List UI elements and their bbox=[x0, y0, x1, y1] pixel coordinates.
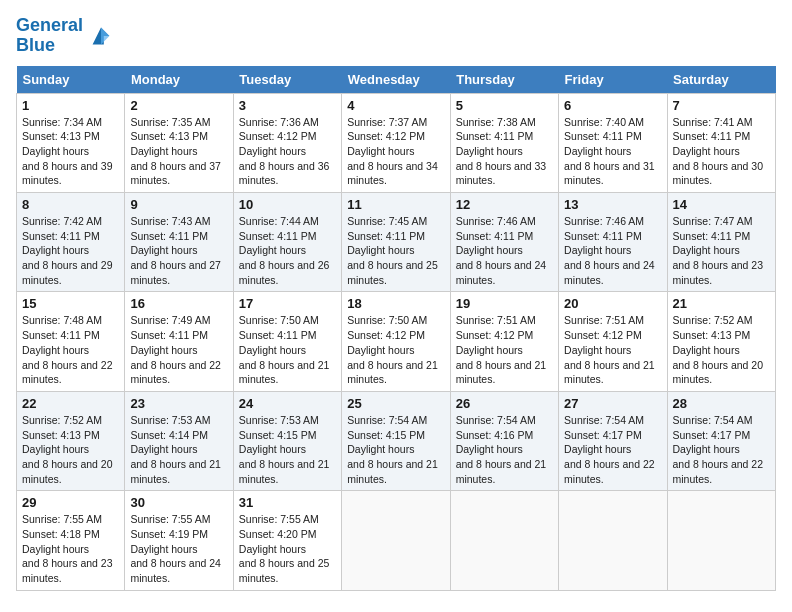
day-info: Sunrise: 7:37 AM Sunset: 4:12 PM Dayligh… bbox=[347, 115, 444, 188]
day-cell: 15 Sunrise: 7:48 AM Sunset: 4:11 PM Dayl… bbox=[17, 292, 125, 391]
day-number: 6 bbox=[564, 98, 661, 113]
day-number: 21 bbox=[673, 296, 770, 311]
day-number: 26 bbox=[456, 396, 553, 411]
day-cell bbox=[450, 491, 558, 590]
day-info: Sunrise: 7:53 AM Sunset: 4:15 PM Dayligh… bbox=[239, 413, 336, 486]
day-info: Sunrise: 7:52 AM Sunset: 4:13 PM Dayligh… bbox=[22, 413, 119, 486]
day-info: Sunrise: 7:42 AM Sunset: 4:11 PM Dayligh… bbox=[22, 214, 119, 287]
day-info: Sunrise: 7:40 AM Sunset: 4:11 PM Dayligh… bbox=[564, 115, 661, 188]
header: GeneralBlue bbox=[16, 16, 776, 56]
day-info: Sunrise: 7:49 AM Sunset: 4:11 PM Dayligh… bbox=[130, 313, 227, 386]
day-number: 29 bbox=[22, 495, 119, 510]
day-number: 16 bbox=[130, 296, 227, 311]
day-cell: 14 Sunrise: 7:47 AM Sunset: 4:11 PM Dayl… bbox=[667, 193, 775, 292]
day-number: 30 bbox=[130, 495, 227, 510]
day-number: 10 bbox=[239, 197, 336, 212]
day-cell: 25 Sunrise: 7:54 AM Sunset: 4:15 PM Dayl… bbox=[342, 391, 450, 490]
day-cell: 27 Sunrise: 7:54 AM Sunset: 4:17 PM Dayl… bbox=[559, 391, 667, 490]
day-number: 22 bbox=[22, 396, 119, 411]
day-number: 28 bbox=[673, 396, 770, 411]
day-info: Sunrise: 7:46 AM Sunset: 4:11 PM Dayligh… bbox=[564, 214, 661, 287]
day-cell: 6 Sunrise: 7:40 AM Sunset: 4:11 PM Dayli… bbox=[559, 93, 667, 192]
day-info: Sunrise: 7:41 AM Sunset: 4:11 PM Dayligh… bbox=[673, 115, 770, 188]
day-cell: 20 Sunrise: 7:51 AM Sunset: 4:12 PM Dayl… bbox=[559, 292, 667, 391]
calendar-table: SundayMondayTuesdayWednesdayThursdayFrid… bbox=[16, 66, 776, 591]
week-row-5: 29 Sunrise: 7:55 AM Sunset: 4:18 PM Dayl… bbox=[17, 491, 776, 590]
day-cell bbox=[667, 491, 775, 590]
weekday-header-sunday: Sunday bbox=[17, 66, 125, 94]
day-cell: 22 Sunrise: 7:52 AM Sunset: 4:13 PM Dayl… bbox=[17, 391, 125, 490]
day-number: 18 bbox=[347, 296, 444, 311]
week-row-1: 1 Sunrise: 7:34 AM Sunset: 4:13 PM Dayli… bbox=[17, 93, 776, 192]
day-number: 11 bbox=[347, 197, 444, 212]
week-row-2: 8 Sunrise: 7:42 AM Sunset: 4:11 PM Dayli… bbox=[17, 193, 776, 292]
day-number: 31 bbox=[239, 495, 336, 510]
day-info: Sunrise: 7:55 AM Sunset: 4:18 PM Dayligh… bbox=[22, 512, 119, 585]
day-cell: 13 Sunrise: 7:46 AM Sunset: 4:11 PM Dayl… bbox=[559, 193, 667, 292]
weekday-header-row: SundayMondayTuesdayWednesdayThursdayFrid… bbox=[17, 66, 776, 94]
week-row-4: 22 Sunrise: 7:52 AM Sunset: 4:13 PM Dayl… bbox=[17, 391, 776, 490]
day-cell: 21 Sunrise: 7:52 AM Sunset: 4:13 PM Dayl… bbox=[667, 292, 775, 391]
day-cell bbox=[559, 491, 667, 590]
day-info: Sunrise: 7:35 AM Sunset: 4:13 PM Dayligh… bbox=[130, 115, 227, 188]
day-info: Sunrise: 7:48 AM Sunset: 4:11 PM Dayligh… bbox=[22, 313, 119, 386]
day-cell: 18 Sunrise: 7:50 AM Sunset: 4:12 PM Dayl… bbox=[342, 292, 450, 391]
weekday-header-friday: Friday bbox=[559, 66, 667, 94]
day-info: Sunrise: 7:43 AM Sunset: 4:11 PM Dayligh… bbox=[130, 214, 227, 287]
day-cell: 9 Sunrise: 7:43 AM Sunset: 4:11 PM Dayli… bbox=[125, 193, 233, 292]
day-cell: 10 Sunrise: 7:44 AM Sunset: 4:11 PM Dayl… bbox=[233, 193, 341, 292]
day-info: Sunrise: 7:45 AM Sunset: 4:11 PM Dayligh… bbox=[347, 214, 444, 287]
day-number: 24 bbox=[239, 396, 336, 411]
day-info: Sunrise: 7:53 AM Sunset: 4:14 PM Dayligh… bbox=[130, 413, 227, 486]
day-number: 9 bbox=[130, 197, 227, 212]
day-info: Sunrise: 7:47 AM Sunset: 4:11 PM Dayligh… bbox=[673, 214, 770, 287]
day-number: 23 bbox=[130, 396, 227, 411]
day-cell: 29 Sunrise: 7:55 AM Sunset: 4:18 PM Dayl… bbox=[17, 491, 125, 590]
day-number: 3 bbox=[239, 98, 336, 113]
day-cell bbox=[342, 491, 450, 590]
day-info: Sunrise: 7:46 AM Sunset: 4:11 PM Dayligh… bbox=[456, 214, 553, 287]
day-cell: 17 Sunrise: 7:50 AM Sunset: 4:11 PM Dayl… bbox=[233, 292, 341, 391]
day-cell: 28 Sunrise: 7:54 AM Sunset: 4:17 PM Dayl… bbox=[667, 391, 775, 490]
day-cell: 4 Sunrise: 7:37 AM Sunset: 4:12 PM Dayli… bbox=[342, 93, 450, 192]
day-cell: 31 Sunrise: 7:55 AM Sunset: 4:20 PM Dayl… bbox=[233, 491, 341, 590]
day-info: Sunrise: 7:54 AM Sunset: 4:15 PM Dayligh… bbox=[347, 413, 444, 486]
day-cell: 24 Sunrise: 7:53 AM Sunset: 4:15 PM Dayl… bbox=[233, 391, 341, 490]
day-info: Sunrise: 7:54 AM Sunset: 4:17 PM Dayligh… bbox=[673, 413, 770, 486]
day-info: Sunrise: 7:54 AM Sunset: 4:17 PM Dayligh… bbox=[564, 413, 661, 486]
day-number: 1 bbox=[22, 98, 119, 113]
day-info: Sunrise: 7:50 AM Sunset: 4:11 PM Dayligh… bbox=[239, 313, 336, 386]
day-number: 4 bbox=[347, 98, 444, 113]
day-cell: 8 Sunrise: 7:42 AM Sunset: 4:11 PM Dayli… bbox=[17, 193, 125, 292]
day-number: 5 bbox=[456, 98, 553, 113]
day-cell: 5 Sunrise: 7:38 AM Sunset: 4:11 PM Dayli… bbox=[450, 93, 558, 192]
week-row-3: 15 Sunrise: 7:48 AM Sunset: 4:11 PM Dayl… bbox=[17, 292, 776, 391]
day-number: 2 bbox=[130, 98, 227, 113]
day-info: Sunrise: 7:34 AM Sunset: 4:13 PM Dayligh… bbox=[22, 115, 119, 188]
day-cell: 11 Sunrise: 7:45 AM Sunset: 4:11 PM Dayl… bbox=[342, 193, 450, 292]
day-cell: 26 Sunrise: 7:54 AM Sunset: 4:16 PM Dayl… bbox=[450, 391, 558, 490]
day-number: 14 bbox=[673, 197, 770, 212]
day-cell: 19 Sunrise: 7:51 AM Sunset: 4:12 PM Dayl… bbox=[450, 292, 558, 391]
weekday-header-thursday: Thursday bbox=[450, 66, 558, 94]
day-info: Sunrise: 7:38 AM Sunset: 4:11 PM Dayligh… bbox=[456, 115, 553, 188]
day-info: Sunrise: 7:52 AM Sunset: 4:13 PM Dayligh… bbox=[673, 313, 770, 386]
day-cell: 23 Sunrise: 7:53 AM Sunset: 4:14 PM Dayl… bbox=[125, 391, 233, 490]
day-number: 17 bbox=[239, 296, 336, 311]
day-number: 15 bbox=[22, 296, 119, 311]
logo-icon bbox=[87, 22, 115, 50]
day-number: 27 bbox=[564, 396, 661, 411]
logo-text: GeneralBlue bbox=[16, 16, 83, 56]
weekday-header-tuesday: Tuesday bbox=[233, 66, 341, 94]
day-cell: 16 Sunrise: 7:49 AM Sunset: 4:11 PM Dayl… bbox=[125, 292, 233, 391]
day-number: 8 bbox=[22, 197, 119, 212]
weekday-header-wednesday: Wednesday bbox=[342, 66, 450, 94]
day-cell: 30 Sunrise: 7:55 AM Sunset: 4:19 PM Dayl… bbox=[125, 491, 233, 590]
day-info: Sunrise: 7:44 AM Sunset: 4:11 PM Dayligh… bbox=[239, 214, 336, 287]
weekday-header-saturday: Saturday bbox=[667, 66, 775, 94]
day-number: 13 bbox=[564, 197, 661, 212]
logo: GeneralBlue bbox=[16, 16, 115, 56]
day-cell: 12 Sunrise: 7:46 AM Sunset: 4:11 PM Dayl… bbox=[450, 193, 558, 292]
day-cell: 2 Sunrise: 7:35 AM Sunset: 4:13 PM Dayli… bbox=[125, 93, 233, 192]
weekday-header-monday: Monday bbox=[125, 66, 233, 94]
